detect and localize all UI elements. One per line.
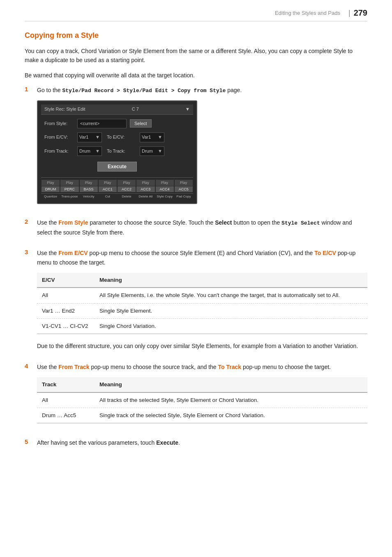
ui-play-acc4: Play ACC4	[155, 179, 174, 193]
ecv-row3-val: Single Chord Variation.	[95, 318, 367, 334]
ui-ecv-row: From E/CV: Var1 ▼ To E/CV: Var1 ▼	[41, 132, 193, 143]
ui-from-style-row: From Style: <current> Select	[41, 118, 193, 130]
step5-prefix: After having set the various parameters,…	[37, 439, 154, 446]
execute-button[interactable]: Execute	[97, 162, 137, 172]
to-track-dropdown[interactable]: Drum ▼	[140, 146, 164, 156]
bottom-delete-all: Delete All	[136, 193, 155, 200]
step5-execute: Execute	[156, 439, 178, 446]
table-row: Drum … Acc5 Single track of the selected…	[37, 408, 367, 423]
ui-play-acc1: Play ACC1	[98, 179, 117, 193]
from-style-label: From Style:	[44, 120, 77, 128]
bottom-transpose: Trans-pose	[60, 193, 79, 200]
track-row1-val: All tracks of the selected Style, Style …	[95, 392, 367, 408]
ui-play-bass: Play BASS	[79, 179, 98, 193]
table-row: V1-CV1 … CI-CV2 Single Chord Variation.	[37, 318, 367, 334]
bottom-pad-copy: Pad Copy	[174, 193, 193, 200]
select-button[interactable]: Select	[130, 119, 152, 128]
ui-play-acc3: Play ACC3	[136, 179, 155, 193]
from-track-arrow: ▼	[95, 148, 100, 155]
ui-play-row: Play DRUM Play PERC Play BASS Play ACC1	[41, 177, 193, 193]
step2-param1: From Style	[58, 219, 88, 226]
track-col-key: Track	[37, 377, 95, 392]
step2-param3: Style Select	[281, 220, 320, 226]
track-row2-key: Drum … Acc5	[37, 408, 95, 423]
bottom-velocity: Velocity	[79, 193, 98, 200]
to-ecv-label: To E/CV:	[107, 134, 140, 141]
step-number-4: 4	[25, 362, 37, 369]
step-number-5: 5	[25, 438, 37, 445]
step3-param2: To E/CV	[314, 250, 336, 256]
ecv-row1-key: All	[37, 288, 95, 303]
ecv-table: E/CV Meaning All All Style Elements, i.e…	[37, 273, 367, 334]
track-table: Track Meaning All All tracks of the sele…	[37, 377, 367, 423]
step-1: 1 Go to the Style/Pad Record > Style/Pad…	[25, 86, 367, 211]
from-track-dropdown[interactable]: Drum ▼	[77, 146, 102, 156]
step-2: 2 Use the From Style parameter to choose…	[25, 218, 367, 241]
page-number: 279	[354, 8, 367, 18]
from-ecv-dropdown[interactable]: Var1 ▼	[77, 132, 102, 142]
ui-mockup: Style Rec: Style Edit C 7 ▼ From Style: …	[37, 100, 197, 204]
table-row: All All Style Elements, i.e. the whole S…	[37, 288, 367, 303]
from-ecv-label: From E/CV:	[44, 134, 77, 141]
intro-para-2: Be warned that copying will overwrite al…	[25, 71, 367, 80]
track-row1-key: All	[37, 392, 95, 408]
from-ecv-arrow: ▼	[95, 134, 100, 141]
ecv-row2-key: Var1 … End2	[37, 303, 95, 318]
step-5-content: After having set the various parameters,…	[37, 438, 367, 451]
step2-param2: Select	[215, 219, 232, 226]
step-5: 5 After having set the various parameter…	[25, 438, 367, 451]
ui-play-acc5: Play ACC5	[174, 179, 193, 193]
track-row2-val: Single track of the selected Style, Styl…	[95, 408, 367, 423]
step4-param1: From Track	[58, 364, 89, 370]
step1-prefix: Go to the	[37, 87, 62, 93]
step-2-content: Use the From Style parameter to choose t…	[37, 218, 367, 241]
bottom-quantize: Quantize	[41, 193, 60, 200]
ui-play-drum: Play DRUM	[41, 179, 60, 193]
step-3: 3 Use the From E/CV pop-up menu to choos…	[25, 248, 367, 355]
ui-title-left: Style Rec: Style Edit	[44, 106, 85, 113]
ecv-row2-val: Single Style Element.	[95, 303, 367, 318]
to-ecv-arrow: ▼	[158, 134, 162, 141]
bottom-delete: Delete	[117, 193, 136, 200]
step-3-content: Use the From E/CV pop-up menu to choose …	[37, 248, 367, 355]
ui-title-center: C 7	[132, 106, 139, 113]
between-para: Due to the different structure, you can …	[37, 341, 367, 350]
intro-para-1: You can copy a track, Chord Variation or…	[25, 46, 367, 65]
ecv-col-key: E/CV	[37, 273, 95, 288]
track-col-meaning: Meaning	[95, 377, 367, 392]
to-track-arrow: ▼	[158, 148, 162, 155]
step-1-content: Go to the Style/Pad Record > Style/Pad E…	[37, 86, 367, 211]
ui-title-arrow: ▼	[185, 106, 190, 113]
ecv-row1-val: All Style Elements, i.e. the whole Style…	[95, 288, 367, 303]
from-style-value: <current>	[77, 119, 127, 129]
step-4: 4 Use the From Track pop-up menu to choo…	[25, 362, 367, 431]
header-divider: |	[348, 9, 350, 17]
ui-bottom-row: Quantize Trans-pose Velocity Cut Delete …	[41, 193, 193, 200]
page-header: Editing the Styles and Pads | 279	[25, 8, 367, 21]
ui-play-perc: Play PERC	[60, 179, 79, 193]
to-ecv-dropdown[interactable]: Var1 ▼	[140, 132, 164, 142]
step1-suffix: page.	[227, 87, 242, 93]
step-4-content: Use the From Track pop-up menu to choose…	[37, 362, 367, 431]
ui-title-bar: Style Rec: Style Edit C 7 ▼	[41, 104, 193, 115]
step1-path: Style/Pad Record > Style/Pad Edit > Copy…	[62, 88, 226, 94]
to-track-label: To Track:	[107, 148, 140, 155]
steps-container: 1 Go to the Style/Pad Record > Style/Pad…	[25, 86, 367, 451]
step-number-1: 1	[25, 86, 37, 93]
from-track-label: From Track:	[44, 148, 77, 155]
bottom-style-copy: Style Copy	[155, 193, 174, 200]
table-row: All All tracks of the selected Style, St…	[37, 392, 367, 408]
ui-execute-row: Execute	[41, 159, 193, 174]
table-row: Var1 … End2 Single Style Element.	[37, 303, 367, 318]
ui-track-row: From Track: Drum ▼ To Track: Drum ▼	[41, 146, 193, 157]
ecv-col-meaning: Meaning	[95, 273, 367, 288]
step-number-3: 3	[25, 248, 37, 255]
step4-param2: To Track	[218, 364, 242, 370]
section-heading: Copying from a Style	[25, 31, 367, 40]
ecv-row3-key: V1-CV1 … CI-CV2	[37, 318, 95, 334]
bottom-cut: Cut	[98, 193, 117, 200]
step-number-2: 2	[25, 218, 37, 225]
header-title: Editing the Styles and Pads	[275, 10, 340, 16]
step3-param1: From E/CV	[58, 250, 88, 256]
ui-play-acc2: Play ACC2	[117, 179, 136, 193]
